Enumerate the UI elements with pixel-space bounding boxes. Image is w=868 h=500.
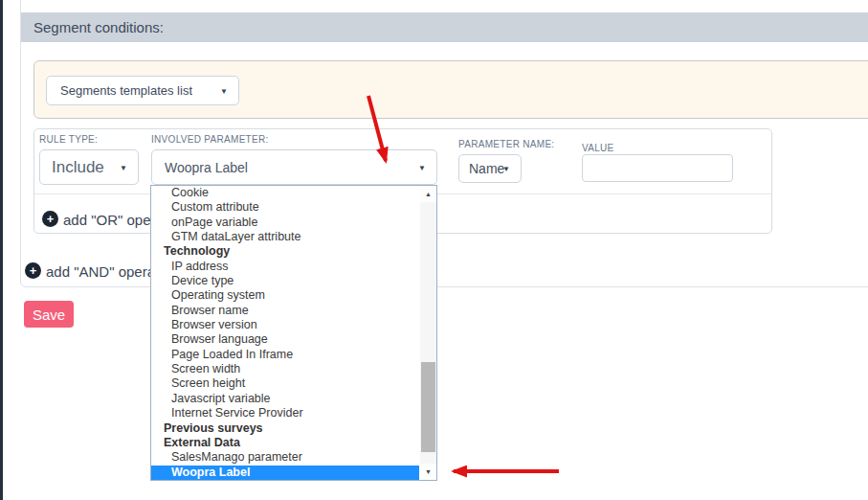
parameter-name-label: PARAMETER NAME:	[458, 139, 554, 149]
plus-glyph: +	[47, 213, 55, 225]
dropdown-group-header: Technology	[151, 244, 419, 259]
dropdown-option[interactable]: Custom attribute	[151, 200, 419, 215]
rule-type-select-value: Include	[52, 158, 104, 177]
dropdown-option[interactable]: Screen height	[151, 376, 419, 391]
section-title: Segment conditions:	[33, 19, 164, 35]
value-input[interactable]	[582, 154, 733, 182]
dropdown-option[interactable]: Page Loaded In Iframe	[151, 348, 419, 362]
dropdown-option[interactable]: Internet Service Provider	[151, 406, 419, 420]
dropdown-options-container: CookieCustom attributeonPage variableGTM…	[151, 186, 419, 480]
scroll-down-icon: ▼	[425, 468, 432, 475]
dropdown-option[interactable]: Woopra Label	[151, 466, 419, 480]
segment-conditions-screen: Segment conditions: Segments templates l…	[0, 0, 868, 500]
dropdown-group-header: Previous surveys	[151, 421, 419, 436]
dropdown-option[interactable]: GTM dataLayer attribute	[151, 230, 419, 244]
dropdown-option[interactable]: Javascript variable	[151, 392, 419, 406]
dropdown-group-header: External Data	[151, 436, 419, 450]
dropdown-option[interactable]: Browser name	[151, 304, 419, 318]
value-label: VALUE	[582, 143, 614, 153]
segments-templates-select[interactable]: Segments templates list ▼	[46, 76, 239, 105]
chevron-down-icon: ▼	[120, 163, 127, 171]
dropdown-option[interactable]: SalesManago parameter	[151, 450, 419, 465]
sidebar-edge	[0, 0, 3, 500]
involved-parameter-select[interactable]: Woopra Label ▼	[151, 149, 437, 185]
involved-parameter-select-value: Woopra Label	[165, 160, 248, 175]
chevron-down-icon: ▼	[418, 163, 426, 171]
dropdown-option[interactable]: Operating system	[151, 288, 419, 303]
dropdown-option[interactable]: Browser language	[151, 332, 419, 347]
plus-icon[interactable]: +	[42, 211, 58, 227]
dropdown-option[interactable]: Browser version	[151, 318, 419, 332]
dropdown-option[interactable]: onPage variable	[151, 216, 419, 230]
scroll-down-button[interactable]: ▼	[420, 464, 436, 480]
chevron-down-icon: ▼	[502, 165, 510, 173]
dropdown-scrollbar[interactable]: ▲ ▼	[420, 186, 436, 480]
save-button[interactable]: Save	[24, 301, 74, 328]
dropdown-option[interactable]: Device type	[151, 274, 419, 288]
involved-parameter-label: INVOLVED PARAMETER:	[151, 134, 269, 145]
scroll-up-icon: ▲	[425, 191, 432, 197]
dropdown-option[interactable]: Screen width	[151, 362, 419, 376]
parameter-name-select-value: Name	[469, 161, 504, 176]
scroll-up-button[interactable]: ▲	[420, 186, 436, 202]
segments-templates-select-value: Segments templates list	[60, 83, 192, 98]
parameter-name-select[interactable]: Name ▼	[458, 154, 522, 183]
scrollbar-thumb[interactable]	[421, 362, 435, 452]
rule-type-label: RULE TYPE:	[39, 134, 98, 145]
involved-parameter-dropdown-list: CookieCustom attributeonPage variableGTM…	[150, 185, 437, 481]
red-arrow-annotation-scrollbar	[433, 458, 567, 485]
plus-glyph: +	[30, 264, 37, 277]
dropdown-option[interactable]: IP address	[151, 260, 419, 274]
chevron-down-icon: ▼	[220, 86, 228, 95]
rule-type-select[interactable]: Include ▼	[39, 149, 139, 185]
section-header: Segment conditions:	[21, 12, 868, 42]
dropdown-option[interactable]: Cookie	[151, 186, 419, 200]
plus-icon[interactable]: +	[25, 262, 41, 279]
